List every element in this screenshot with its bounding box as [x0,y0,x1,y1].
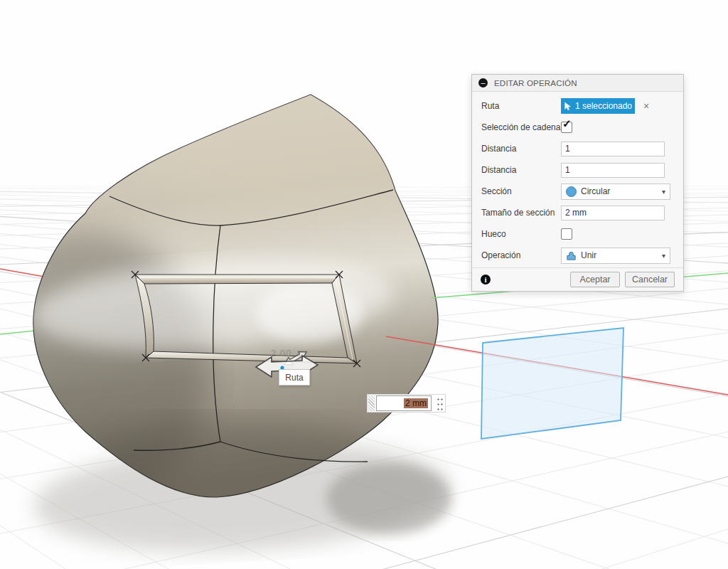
dialog-footer: i Aceptar Cancelar [472,267,683,291]
circular-section-icon [566,186,577,197]
row-hueco: Hueco [472,223,683,245]
hollow-label: Hueco [481,229,561,239]
hollow-checkbox[interactable] [561,228,572,240]
section-sketch-plane[interactable] [481,328,623,439]
info-icon[interactable]: i [481,275,491,284]
dialog-title: EDITAR OPERACIÓN [494,79,577,87]
cursor-icon [564,102,572,111]
row-tamano: Tamaño de sección [472,202,683,223]
ruta-label: Ruta [481,101,561,111]
dialog-titlebar[interactable]: – EDITAR OPERACIÓN [472,75,683,92]
section-label: Sección [481,186,561,196]
operation-dropdown[interactable]: Unir ▾ [561,248,670,264]
clear-selection-icon[interactable]: × [643,100,649,112]
join-operation-icon [566,250,577,261]
path-dimension-label: 2.00 [271,348,291,358]
selected-size-text: 2 mm [404,398,428,408]
collapse-icon[interactable]: – [478,78,488,87]
size-value-field[interactable]: 2 mm [376,395,432,411]
operation-label: Operación [481,250,561,260]
distance2-label: Distancia [481,165,561,175]
manipulator-tooltip: Ruta [279,369,310,385]
row-operacion: Operación Unir ▾ [472,245,683,266]
viewport-3d[interactable]: 2.00 Ruta 2 mm – EDITAR OPERACIÓN Ruta [0,0,728,569]
row-ruta: Ruta 1 seleccionado × [472,95,683,117]
row-cadena: Selección de cadena ✓ [472,117,683,138]
row-distancia-2: Distancia [472,159,683,181]
section-size-label: Tamaño de sección [481,208,561,218]
operation-value: Unir [581,250,596,260]
distance2-input[interactable] [561,163,665,178]
cancel-button[interactable]: Cancelar [625,272,675,287]
chevron-down-icon: ▾ [662,252,665,260]
section-dropdown[interactable]: Circular ▾ [561,184,670,200]
more-dots-icon[interactable] [436,396,443,410]
edit-operation-dialog[interactable]: – EDITAR OPERACIÓN Ruta 1 seleccionado ×… [471,74,684,292]
section-size-input[interactable] [561,206,665,220]
section-value: Circular [581,186,610,196]
drag-grip-icon[interactable] [368,395,375,411]
chevron-down-icon: ▾ [662,188,665,196]
path-selection-chip[interactable]: 1 seleccionado [561,98,635,114]
distance1-input[interactable] [561,142,665,156]
accept-button[interactable]: Aceptar [570,272,620,287]
chain-selection-checkbox[interactable]: ✓ [561,122,572,133]
row-seccion: Sección Circular ▾ [472,181,683,202]
distance1-label: Distancia [481,144,561,154]
section-size-float-input[interactable]: 2 mm [367,394,446,413]
row-distancia-1: Distancia [472,138,683,159]
chain-selection-label: Selección de cadena [481,122,561,132]
check-icon: ✓ [562,117,572,130]
selection-count-text: 1 seleccionado [575,101,632,111]
